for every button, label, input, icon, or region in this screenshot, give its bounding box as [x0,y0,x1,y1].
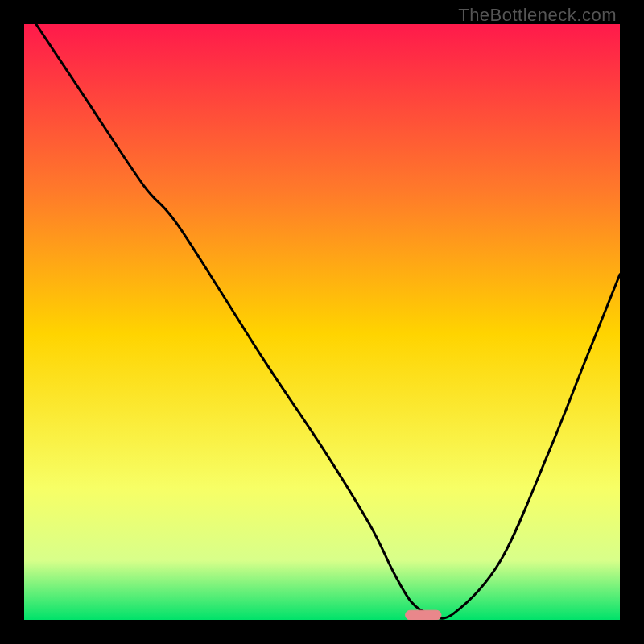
watermark-text: TheBottleneck.com [458,5,617,26]
plot-area [24,24,620,620]
heatmap-background [24,24,620,620]
chart-frame: TheBottleneck.com [0,0,644,644]
optimal-marker [406,610,441,620]
bottleneck-chart [24,24,620,620]
